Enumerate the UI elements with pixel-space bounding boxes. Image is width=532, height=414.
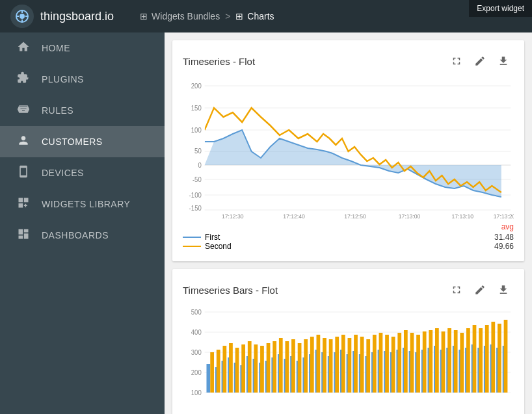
legend-second-value: 49.66 (494, 242, 514, 251)
svg-rect-120 (416, 335, 420, 393)
edit-button-2[interactable] (470, 279, 490, 300)
svg-text:50: 50 (194, 148, 202, 155)
legend-first-color (183, 237, 201, 238)
sidebar-item-dashboards-label: DASHBOARDS (42, 230, 109, 240)
legend-first-value: 31.48 (494, 233, 514, 242)
download-button-1[interactable] (493, 51, 514, 71)
timeseries-chart: 200 150 100 50 0 -50 -100 -150 (183, 77, 514, 220)
legend-second-label: Second (205, 242, 232, 251)
sidebar-item-devices[interactable]: DEVICES (0, 157, 165, 188)
svg-rect-99 (286, 341, 289, 393)
svg-rect-96 (267, 343, 271, 393)
svg-rect-115 (385, 335, 389, 393)
timeseries-svg: 200 150 100 50 0 -50 -100 -150 (183, 77, 514, 220)
svg-text:17:13:00: 17:13:00 (399, 213, 421, 220)
svg-rect-129 (473, 325, 477, 393)
breadcrumb-widgets-bundles[interactable]: ⊞ Widgets Bundles (140, 11, 220, 21)
svg-rect-89 (222, 346, 226, 393)
widget-actions-1 (446, 51, 514, 71)
svg-rect-97 (273, 341, 276, 393)
breadcrumb: ⊞ Widgets Bundles > ⊞ Charts (140, 11, 274, 21)
svg-text:200: 200 (191, 83, 202, 90)
svg-text:17:13:20: 17:13:20 (494, 213, 514, 220)
svg-rect-91 (235, 348, 239, 393)
svg-rect-132 (491, 322, 495, 393)
devices-icon (16, 165, 31, 181)
sidebar-item-plugins[interactable]: PLUGINS (0, 64, 165, 95)
svg-rect-127 (460, 333, 464, 393)
svg-rect-123 (435, 328, 439, 393)
legend-item-first: First 31.48 (183, 233, 514, 242)
svg-text:0: 0 (198, 162, 202, 169)
plugins-icon (16, 71, 31, 88)
customers-icon (16, 134, 31, 150)
sidebar-item-home-label: HOME (42, 43, 70, 53)
svg-rect-133 (498, 324, 501, 393)
topbar: thingsboard.io ⊞ Widgets Bundles > ⊞ Cha… (0, 0, 532, 32)
svg-text:17:12:50: 17:12:50 (344, 213, 366, 220)
svg-rect-126 (454, 330, 458, 393)
logo: thingsboard.io (10, 5, 114, 28)
content-area: Timeseries - Flot 200 (165, 32, 532, 414)
svg-rect-108 (341, 335, 345, 393)
sidebar-item-devices-label: DEVICES (42, 168, 84, 178)
fullscreen-button-1[interactable] (446, 51, 467, 71)
svg-rect-124 (442, 331, 446, 393)
svg-text:100: 100 (191, 389, 202, 396)
svg-rect-94 (254, 344, 258, 393)
svg-rect-113 (373, 335, 377, 393)
fullscreen-button-2[interactable] (446, 279, 467, 300)
widget-actions-2 (446, 279, 514, 300)
svg-rect-93 (248, 341, 252, 393)
svg-text:-150: -150 (189, 205, 202, 212)
sidebar-item-rules[interactable]: RULES (0, 95, 165, 126)
svg-text:-50: -50 (193, 176, 202, 183)
sidebar-item-customers[interactable]: CUSTOMERS (0, 126, 165, 157)
bars-chart: 500 400 300 200 100 (183, 305, 514, 409)
dashboards-icon (16, 227, 31, 244)
svg-text:200: 200 (191, 369, 202, 376)
svg-text:-100: -100 (189, 192, 202, 199)
svg-rect-111 (360, 337, 364, 393)
breadcrumb-separator: > (225, 11, 230, 21)
svg-rect-95 (260, 346, 264, 393)
sidebar: HOME PLUGINS RULES CUSTOMERS DEVICES (0, 32, 165, 414)
charts-icon: ⊞ (235, 11, 243, 21)
sidebar-item-rules-label: RULES (42, 105, 73, 116)
sidebar-item-home[interactable]: HOME (0, 32, 165, 64)
svg-rect-103 (310, 337, 314, 393)
legend-first-label: First (205, 233, 220, 242)
sidebar-item-plugins-label: PLUGINS (42, 74, 84, 84)
sidebar-item-dashboards[interactable]: DASHBOARDS (0, 220, 165, 251)
svg-point-1 (20, 14, 25, 19)
svg-rect-105 (323, 338, 326, 393)
svg-rect-117 (397, 333, 401, 393)
svg-rect-88 (217, 350, 220, 393)
logo-text: thingsboard.io (40, 10, 114, 23)
svg-rect-114 (379, 333, 383, 393)
breadcrumb-charts[interactable]: ⊞ Charts (235, 11, 274, 21)
widget-header-2: Timeseries Bars - Flot (183, 279, 514, 300)
download-button-2[interactable] (493, 279, 514, 300)
svg-rect-107 (335, 337, 339, 393)
sidebar-item-widgets-library[interactable]: WIDGETS LIBRARY (0, 188, 165, 220)
export-widget-button[interactable]: Export widget (469, 0, 532, 17)
widgets-bundles-icon: ⊞ (140, 11, 148, 21)
svg-text:17:13:10: 17:13:10 (451, 213, 473, 220)
svg-rect-131 (485, 325, 489, 393)
chart-legend-1: avg First 31.48 Second 49.66 (183, 222, 514, 251)
svg-rect-98 (279, 338, 283, 393)
timeseries-bars-flot-widget: Timeseries Bars - Flot 50 (172, 269, 524, 414)
legend-item-second: Second 49.66 (183, 242, 514, 251)
svg-rect-118 (404, 330, 408, 393)
svg-rect-110 (354, 335, 358, 393)
svg-text:17:12:30: 17:12:30 (222, 213, 244, 220)
svg-rect-125 (447, 328, 451, 393)
svg-rect-90 (229, 343, 233, 393)
legend-avg-label: avg (501, 222, 514, 231)
svg-rect-119 (410, 333, 414, 393)
home-icon (16, 40, 31, 57)
svg-rect-106 (329, 339, 333, 393)
edit-button-1[interactable] (470, 51, 490, 71)
svg-rect-101 (298, 343, 302, 393)
